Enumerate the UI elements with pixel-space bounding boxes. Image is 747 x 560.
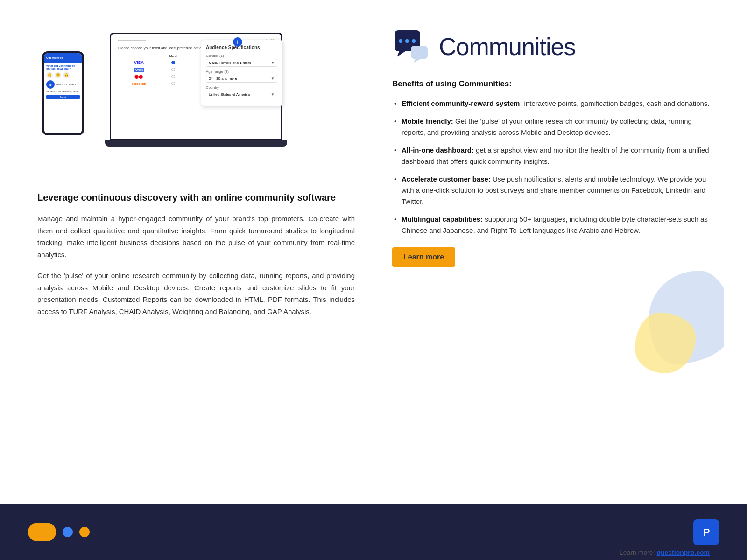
age-label: Age range (3) <box>206 70 277 74</box>
country-label: Country <box>206 85 277 90</box>
device-mockup-area: QuestionPro What did you think of our la… <box>37 28 355 173</box>
col-header-visual <box>187 54 198 59</box>
gender-field: Gender (1) Male, Female and 1 more ▼ <box>206 54 277 67</box>
footer-logo: P <box>693 519 719 545</box>
laptop-mockup: 1 / 16 Please choose your most and least… <box>110 33 282 154</box>
footer-link-area: Learn more: questionpro.com <box>620 549 710 556</box>
radio-discover-most <box>160 80 187 87</box>
gender-dropdown[interactable]: Male, Female and 1 more ▼ <box>206 59 277 67</box>
svg-point-2 <box>405 39 409 43</box>
footer-dot-blue <box>63 527 73 537</box>
left-column: QuestionPro What did you think of our la… <box>37 28 374 401</box>
brand-discover: DISCOVER <box>118 80 160 87</box>
footer-link-prefix: Learn more: <box>620 549 656 556</box>
benefits-heading: Benefits of using Communities: <box>392 79 710 89</box>
list-item: Multilingual capabilities: supporting 50… <box>392 214 710 236</box>
radio-amex-most <box>160 66 187 73</box>
benefits-list: Efficient community-reward system: inter… <box>392 98 710 236</box>
laptop-base <box>105 140 287 147</box>
phone-next-btn[interactable]: Next <box>46 95 80 99</box>
country-dropdown[interactable]: United States of America ▼ <box>206 91 277 98</box>
footer-link[interactable]: questionpro.com <box>656 549 710 556</box>
age-field: Age range (3) 24 - 30 and more ▼ <box>206 70 277 83</box>
brand-mc: ⬤⬤ <box>118 73 160 80</box>
phone-header-text: QuestionPro <box>46 56 63 59</box>
emoji-icon-2: 😐 <box>55 72 61 78</box>
gender-value: Male, Female and 1 more <box>209 61 251 65</box>
benefit-text-1: interactive points, gamification badges,… <box>524 99 710 107</box>
benefit-bold-5: Multilingual capabilities: <box>402 215 483 223</box>
left-paragraph-2: Get the 'pulse' of your online research … <box>37 270 355 317</box>
emoji-icon-3: 😞 <box>63 72 70 78</box>
emoji-icon-1: 😊 <box>46 72 53 78</box>
add-audience-button[interactable]: + <box>233 37 242 47</box>
brand-amex: AMEX <box>118 66 160 73</box>
right-column: Communities Benefits of using Communitie… <box>374 28 710 401</box>
footer-oval <box>28 523 56 541</box>
benefit-bold-2: Mobile friendly: <box>402 117 453 125</box>
phone-content: What did you think of our last town hall… <box>46 64 80 99</box>
svg-rect-4 <box>411 46 428 59</box>
benefit-bold-4: Accelerate customer base: <box>402 175 491 183</box>
benefit-bold-3: All-in-one dashboard: <box>402 146 474 154</box>
footer-left <box>28 523 90 541</box>
audience-panel-title: Audience Specifications <box>206 45 277 50</box>
age-value: 24 - 30 and more <box>209 77 237 81</box>
chevron-down-icon-3: ▼ <box>271 92 275 97</box>
list-item: Efficient community-reward system: inter… <box>392 98 710 109</box>
left-paragraph-1: Manage and maintain a hyper-engaged comm… <box>37 213 355 260</box>
left-text-content: Leverage continuous discovery with an on… <box>37 191 355 317</box>
communities-header: Communities <box>392 28 710 65</box>
list-item: Accelerate customer base: Use push notif… <box>392 174 710 207</box>
radio-visa-most <box>160 59 187 66</box>
footer-dot-orange <box>79 527 90 537</box>
chevron-down-icon: ▼ <box>271 61 275 65</box>
benefit-bold-1: Efficient community-reward system: <box>402 99 522 107</box>
decorative-blobs <box>621 238 724 401</box>
brand-visa: VISA <box>118 59 160 66</box>
phone-mockup: QuestionPro What did you think of our la… <box>42 51 84 135</box>
radio-mc-most <box>160 73 187 80</box>
chevron-down-icon-2: ▼ <box>271 77 275 81</box>
col-header-brand <box>118 54 160 59</box>
survey-progress-line <box>118 40 146 41</box>
blue-blob <box>649 271 724 364</box>
list-item: Mobile friendly: Get the 'pulse' of your… <box>392 116 710 138</box>
audience-panel: + Audience Specifications Gender (1) Mal… <box>201 40 282 106</box>
svg-point-1 <box>399 39 402 43</box>
left-heading: Leverage continuous discovery with an on… <box>37 191 355 203</box>
svg-text:P: P <box>703 526 710 538</box>
phone-icons-row: 😊 😐 😞 <box>46 72 80 78</box>
country-value: United States of America <box>209 92 250 97</box>
gender-label: Gender (1) <box>206 54 277 58</box>
svg-point-3 <box>412 39 416 43</box>
age-dropdown[interactable]: 24 - 30 and more ▼ <box>206 75 277 83</box>
communities-icon <box>392 28 430 65</box>
country-field: Country United States of America ▼ <box>206 85 277 98</box>
communities-title: Communities <box>439 33 575 61</box>
col-header-most: Most <box>160 54 187 59</box>
list-item: All-in-one dashboard: get a snapshot vie… <box>392 145 710 167</box>
yellow-blob <box>635 313 696 373</box>
learn-more-button[interactable]: Learn more <box>392 247 455 267</box>
